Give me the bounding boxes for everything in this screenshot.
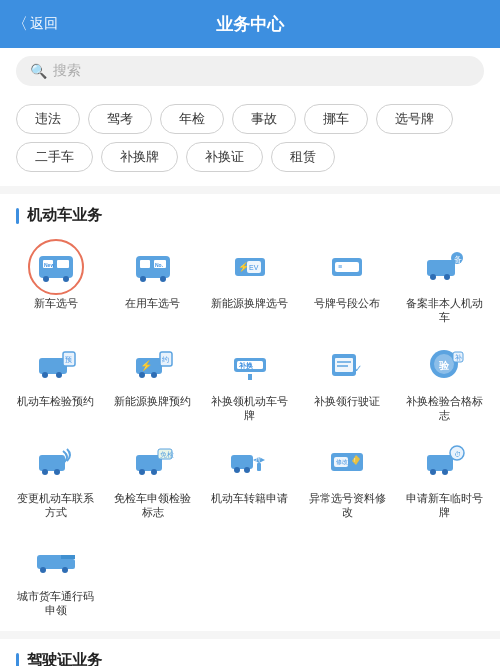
motor-grid: New 新车选号 No. 在用车选号 xyxy=(0,235,500,623)
svg-point-58 xyxy=(244,467,250,473)
fix-icon: 修改 ! xyxy=(326,441,368,483)
item-label: 机动车转籍申请 xyxy=(211,491,288,505)
tag-nuoche[interactable]: 挪车 xyxy=(304,104,368,134)
item-label: 补换领行驶证 xyxy=(314,394,380,408)
chevron-left-icon: 〈 xyxy=(12,14,28,35)
svg-point-31 xyxy=(139,372,145,378)
svg-text:约: 约 xyxy=(162,356,169,363)
svg-text:New: New xyxy=(44,262,54,268)
used-car-icon: No. xyxy=(132,246,174,288)
tag-buhuan-zheng[interactable]: 补换证 xyxy=(186,142,263,172)
tag-jiakao[interactable]: 驾考 xyxy=(88,104,152,134)
svg-point-26 xyxy=(56,372,62,378)
list-item[interactable]: 验 补 补换检验合格标志 xyxy=(397,333,492,429)
svg-rect-70 xyxy=(37,555,65,569)
app-header: 〈 返回 业务中心 xyxy=(0,0,500,48)
tag-shigu[interactable]: 事故 xyxy=(232,104,296,134)
svg-rect-65 xyxy=(427,455,453,471)
item-label: 号牌号段公布 xyxy=(314,296,380,310)
svg-rect-2 xyxy=(57,260,69,268)
item-label: 在用车选号 xyxy=(125,296,180,310)
list-item[interactable]: 转 机动车转籍申请 xyxy=(202,430,297,526)
item-label: 申请新车临时号牌 xyxy=(401,491,488,520)
list-item[interactable]: 修改 ! 异常选号资料修改 xyxy=(300,430,395,526)
list-item[interactable]: ⚡ 约 新能源换牌预约 xyxy=(105,333,200,429)
svg-point-4 xyxy=(43,276,49,282)
item-label: 城市货车通行码申领 xyxy=(12,589,99,618)
svg-text:免检: 免检 xyxy=(160,451,174,458)
svg-point-74 xyxy=(62,567,68,573)
item-label: 机动车检验预约 xyxy=(17,394,94,408)
svg-text:备: 备 xyxy=(454,255,462,264)
temp-plate-icon: ⏱ xyxy=(423,441,465,483)
backup-car-icon: 备 xyxy=(423,246,465,288)
svg-text:修改: 修改 xyxy=(336,459,348,465)
list-item[interactable]: 免检 免检车申领检验标志 xyxy=(105,430,200,526)
svg-point-53 xyxy=(151,469,157,475)
svg-point-10 xyxy=(140,276,146,282)
svg-point-49 xyxy=(42,469,48,475)
plate-pub-icon: ≡ xyxy=(326,246,368,288)
exempt-icon: 免检 xyxy=(132,441,174,483)
svg-rect-48 xyxy=(39,455,65,471)
svg-text:⚡: ⚡ xyxy=(140,359,153,372)
list-item[interactable]: ⏱ 申请新车临时号牌 xyxy=(397,430,492,526)
search-icon: 🔍 xyxy=(30,63,47,79)
replace-sticker-icon: 验 补 xyxy=(423,344,465,386)
search-bar: 🔍 搜索 xyxy=(0,48,500,94)
list-item[interactable]: 备 备案非本人机动车 xyxy=(397,235,492,331)
svg-rect-7 xyxy=(140,260,150,268)
new-car-icon: New xyxy=(35,246,77,288)
driver-section-title: 驾驶证业务 xyxy=(0,651,500,666)
quick-tags-section: 违法 驾考 年检 事故 挪车 选号牌 二手车 补换牌 补换证 租赁 xyxy=(0,94,500,186)
list-item[interactable]: ≡ 号牌号段公布 xyxy=(300,235,395,331)
tag-zulin[interactable]: 租赁 xyxy=(271,142,335,172)
svg-text:验: 验 xyxy=(438,360,450,371)
svg-rect-56 xyxy=(231,455,253,469)
list-item[interactable]: 预 机动车检验预约 xyxy=(8,333,103,429)
search-input[interactable]: 🔍 搜索 xyxy=(16,56,484,86)
svg-point-50 xyxy=(54,469,60,475)
item-label: 补换领机动车号牌 xyxy=(206,394,293,423)
item-label: 备案非本人机动车 xyxy=(401,296,488,325)
svg-point-57 xyxy=(234,467,240,473)
svg-text:转: 转 xyxy=(255,456,261,462)
search-placeholder: 搜索 xyxy=(53,62,81,80)
svg-text:预: 预 xyxy=(65,356,72,363)
svg-text:≡: ≡ xyxy=(338,263,342,270)
tag-ershoushe[interactable]: 二手车 xyxy=(16,142,93,172)
list-item[interactable]: ⚡ EV 新能源换牌选号 xyxy=(202,235,297,331)
replace-license-icon: ✓ xyxy=(326,344,368,386)
list-item[interactable]: 城市货车通行码申领 xyxy=(8,528,103,624)
svg-point-73 xyxy=(40,567,46,573)
tag-xuanhao[interactable]: 选号牌 xyxy=(376,104,453,134)
svg-text:⏱: ⏱ xyxy=(454,451,461,458)
replace-plate-icon: 补换 xyxy=(229,344,271,386)
tag-nianjian[interactable]: 年检 xyxy=(160,104,224,134)
list-item[interactable]: 补换 补换领机动车号牌 xyxy=(202,333,297,429)
tag-weifa[interactable]: 违法 xyxy=(16,104,80,134)
ev-plate-icon: ⚡ EV xyxy=(229,246,271,288)
change-contact-icon xyxy=(35,441,77,483)
list-item[interactable]: No. 在用车选号 xyxy=(105,235,200,331)
svg-point-67 xyxy=(442,469,448,475)
svg-point-66 xyxy=(430,469,436,475)
item-label: 异常选号资料修改 xyxy=(304,491,391,520)
svg-point-21 xyxy=(444,274,450,280)
svg-rect-19 xyxy=(427,260,455,276)
svg-rect-59 xyxy=(257,463,261,471)
item-label: 新能源换牌预约 xyxy=(114,394,191,408)
car-check-icon: 预 xyxy=(35,344,77,386)
svg-point-32 xyxy=(151,372,157,378)
item-label: 补换检验合格标志 xyxy=(401,394,488,423)
truck-code-icon xyxy=(35,539,77,581)
list-item[interactable]: ✓ 补换领行驶证 xyxy=(300,333,395,429)
svg-text:补换: 补换 xyxy=(238,361,254,369)
svg-point-5 xyxy=(63,276,69,282)
list-item[interactable]: 变更机动车联系方式 xyxy=(8,430,103,526)
svg-point-25 xyxy=(42,372,48,378)
list-item[interactable]: New 新车选号 xyxy=(8,235,103,331)
ev-appt-icon: ⚡ 约 xyxy=(132,344,174,386)
tag-buhuan-pai[interactable]: 补换牌 xyxy=(101,142,178,172)
back-button[interactable]: 〈 返回 xyxy=(12,14,58,35)
